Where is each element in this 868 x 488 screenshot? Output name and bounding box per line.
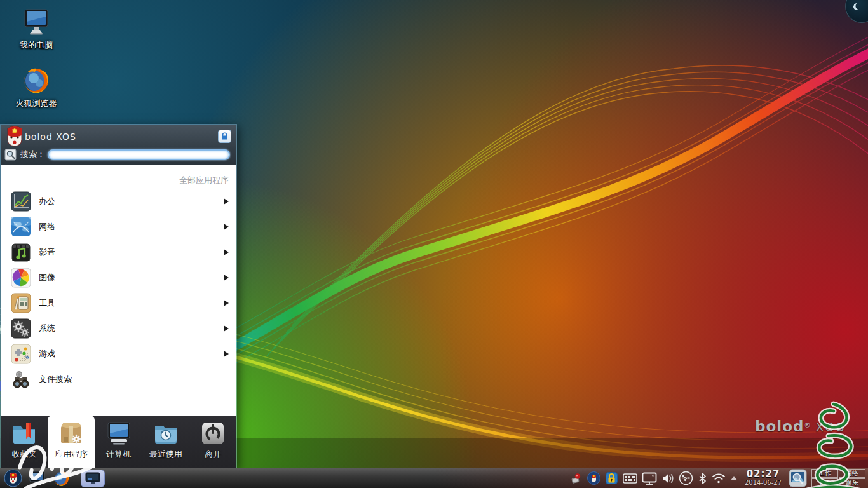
category-office[interactable]: 办公 xyxy=(1,189,236,214)
tab-applications[interactable]: 应用程序 xyxy=(48,416,95,468)
firefox-launcher[interactable] xyxy=(52,469,71,487)
bolod-agent-icon[interactable] xyxy=(587,471,600,485)
clock-date: 2014-06-27 xyxy=(742,480,784,487)
category-multimedia[interactable]: 影音 xyxy=(1,240,236,265)
recent-folder-clock-icon xyxy=(153,420,179,447)
clock-time: 02:27 xyxy=(742,470,784,480)
pager-cell[interactable]: 娱乐 xyxy=(839,478,865,487)
category-utilities[interactable]: 工具 xyxy=(1,290,236,316)
brand-suffix-text: XOS xyxy=(815,420,846,434)
applications-box-icon xyxy=(58,420,85,447)
tab-recently-used[interactable]: 最近使用 xyxy=(142,416,189,468)
tray-expander-icon[interactable] xyxy=(730,475,738,481)
system-gears-icon xyxy=(11,318,31,339)
taskbar-panel: 02:27 2014-06-27 工作 网络 文件 娱乐 xyxy=(0,468,868,488)
display-icon[interactable] xyxy=(642,472,657,485)
category-label: 文件搜索 xyxy=(39,374,229,385)
tab-favorites[interactable]: 收藏夹 xyxy=(1,416,48,468)
lock-icon xyxy=(220,132,229,140)
file-search-binoculars-icon xyxy=(11,369,31,390)
category-games[interactable]: 游戏 xyxy=(1,341,236,367)
my-computer-icon xyxy=(22,8,51,37)
category-list: 办公 网络 xyxy=(1,189,236,392)
tab-label: 最近使用 xyxy=(149,449,182,460)
search-icon xyxy=(4,149,17,161)
category-file-search[interactable]: 文件搜索 xyxy=(1,367,236,392)
bluetooth-icon[interactable] xyxy=(698,472,707,485)
tab-leave[interactable]: 离开 xyxy=(189,416,236,468)
games-gamepad-icon xyxy=(11,344,31,364)
desktop-icon-label: 火狐浏览器 xyxy=(9,98,64,109)
desktop-icon-label: 我的电脑 xyxy=(9,39,64,51)
tab-label: 应用程序 xyxy=(55,449,88,460)
favorites-folder-icon xyxy=(11,420,37,447)
wifi-icon[interactable] xyxy=(712,473,726,484)
submenu-arrow-icon xyxy=(224,351,229,357)
submenu-arrow-icon xyxy=(224,274,229,281)
start-menu-button[interactable] xyxy=(4,469,22,487)
keyboard-icon[interactable] xyxy=(623,473,637,484)
category-label: 网络 xyxy=(39,221,224,233)
launcher-header: bolod XOS 搜索 : xyxy=(1,125,236,165)
computer-monitor-icon xyxy=(105,420,132,447)
category-label: 图像 xyxy=(39,272,224,283)
desktop-icon-firefox[interactable]: 火狐浏览器 xyxy=(9,65,64,109)
multimedia-icon xyxy=(11,242,31,262)
snapshot-tool-button[interactable] xyxy=(789,469,807,487)
leave-power-icon xyxy=(200,420,226,447)
task-window-button[interactable] xyxy=(81,470,105,487)
volume-icon[interactable] xyxy=(661,473,674,484)
digital-clock[interactable]: 02:27 2014-06-27 xyxy=(742,470,784,486)
application-launcher-menu: bolod XOS 搜索 : 全部应用程序 xyxy=(0,124,237,468)
tab-label: 计算机 xyxy=(106,449,131,460)
security-lock-icon[interactable] xyxy=(605,471,618,485)
launcher-tab-bar: 收藏夹 应用程序 xyxy=(1,416,236,468)
tab-label: 离开 xyxy=(205,449,221,460)
tab-computer[interactable]: 计算机 xyxy=(95,416,142,468)
utilities-icon xyxy=(11,293,31,313)
updates-icon[interactable] xyxy=(570,472,583,485)
tab-label: 收藏夹 xyxy=(12,449,37,460)
opera-mask-avatar xyxy=(6,126,24,147)
graphics-pinwheel-icon xyxy=(11,268,31,288)
submenu-arrow-icon xyxy=(224,224,229,230)
category-label: 影音 xyxy=(39,247,224,258)
image-viewer-magnifier-icon xyxy=(789,469,807,487)
category-network[interactable]: 网络 xyxy=(1,214,236,240)
office-chart-icon xyxy=(11,191,31,212)
category-label: 办公 xyxy=(39,196,224,207)
registered-mark: ® xyxy=(804,422,810,429)
submenu-arrow-icon xyxy=(224,325,229,332)
pager-cell[interactable]: 文件 xyxy=(811,478,838,487)
category-label: 游戏 xyxy=(39,348,224,360)
usb-icon[interactable] xyxy=(679,471,693,485)
window-monitor-icon xyxy=(85,472,100,484)
category-label: 系统 xyxy=(39,323,224,334)
virtual-desktop-pager[interactable]: 工作 网络 文件 娱乐 xyxy=(811,469,865,487)
firefox-icon xyxy=(52,469,71,487)
desktop-icon-my-computer[interactable]: 我的电脑 xyxy=(9,8,64,51)
submenu-arrow-icon xyxy=(224,198,229,205)
network-globe-icon xyxy=(11,217,31,237)
search-input[interactable] xyxy=(48,149,230,160)
launcher-username: bolod XOS xyxy=(25,132,76,142)
monitor-icon xyxy=(29,470,46,487)
pager-cell[interactable]: 工作 xyxy=(811,469,838,478)
cashew-icon xyxy=(852,2,861,11)
launcher-applications-panel: 全部应用程序 办公 xyxy=(1,165,236,416)
all-applications-label: 全部应用程序 xyxy=(179,175,229,186)
submenu-arrow-icon xyxy=(224,300,229,306)
search-label: 搜索 : xyxy=(20,149,43,160)
submenu-arrow-icon xyxy=(224,249,229,255)
brand-logo-text: bolod xyxy=(755,418,804,435)
wallpaper-brand: bolod®XOS xyxy=(755,418,846,435)
lock-button[interactable] xyxy=(218,130,231,143)
firefox-icon xyxy=(21,65,51,95)
category-system[interactable]: 系统 xyxy=(1,316,236,341)
bolod-mask-logo xyxy=(4,469,22,487)
desktop: bolod®XOS 我的电脑 火狐浏览器 xyxy=(0,0,868,488)
category-label: 工具 xyxy=(39,297,224,309)
pager-cell[interactable]: 网络 xyxy=(839,469,865,478)
show-desktop-button[interactable] xyxy=(29,470,46,487)
category-graphics[interactable]: 图像 xyxy=(1,265,236,290)
